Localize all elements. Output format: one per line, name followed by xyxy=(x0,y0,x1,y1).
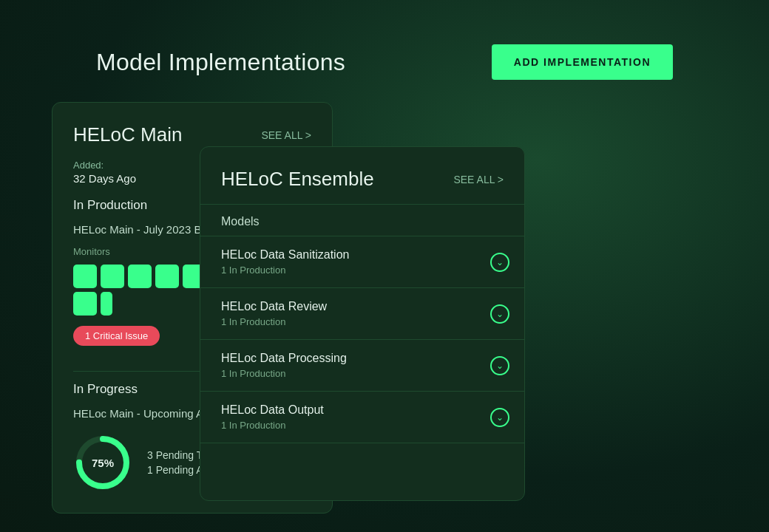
header: Model Implementations ADD IMPLEMENTATION xyxy=(0,0,769,102)
model-row-status-2: 1 In Production xyxy=(221,368,504,379)
page-title: Model Implementations xyxy=(96,49,345,76)
model-row-2[interactable]: HELoc Data Processing1 In Production⌄ xyxy=(200,340,524,392)
model-rows-container: HELoc Data Sanitization1 In Production⌄H… xyxy=(200,236,524,443)
model-row-0[interactable]: HELoc Data Sanitization1 In Production⌄ xyxy=(200,236,524,288)
ensemble-card-header: HELoC Ensemble SEE ALL > xyxy=(200,147,524,205)
monitor-dot-10 xyxy=(101,292,112,316)
main-see-all-link[interactable]: SEE ALL > xyxy=(261,129,311,141)
monitor-dot-3 xyxy=(128,265,152,288)
model-row-1[interactable]: HELoc Data Review1 In Production⌄ xyxy=(200,288,524,340)
page-container: Model Implementations ADD IMPLEMENTATION… xyxy=(0,0,769,532)
model-row-name-1: HELoc Data Review xyxy=(221,300,504,313)
chevron-down-icon-0[interactable]: ⌄ xyxy=(490,253,509,272)
progress-circle: 75% xyxy=(73,433,132,492)
ensemble-card-title: HELoC Ensemble xyxy=(221,168,374,191)
ensemble-see-all-link[interactable]: SEE ALL > xyxy=(453,174,504,185)
add-implementation-button[interactable]: ADD IMPLEMENTATION xyxy=(492,44,673,80)
cards-area: HELoC Main SEE ALL > Added: 32 Days Ago … xyxy=(0,102,769,486)
model-row-3[interactable]: HELoc Data Output1 In Production⌄ xyxy=(200,392,524,443)
model-row-status-0: 1 In Production xyxy=(221,265,504,276)
chevron-down-icon-1[interactable]: ⌄ xyxy=(490,304,509,324)
heloc-ensemble-card: HELoC Ensemble SEE ALL > Models HELoc Da… xyxy=(200,146,525,501)
model-row-name-3: HELoc Data Output xyxy=(221,403,504,417)
chevron-down-icon-3[interactable]: ⌄ xyxy=(490,408,509,427)
model-row-name-0: HELoc Data Sanitization xyxy=(221,248,504,262)
monitor-dot-4 xyxy=(155,265,179,288)
chevron-down-icon-2[interactable]: ⌄ xyxy=(490,356,509,375)
models-label: Models xyxy=(200,205,524,236)
monitor-dot-9 xyxy=(73,292,97,316)
monitor-dot-1 xyxy=(73,265,97,288)
model-row-status-1: 1 In Production xyxy=(221,316,504,327)
monitor-dot-2 xyxy=(101,265,124,288)
main-card-header: HELoC Main SEE ALL > xyxy=(73,123,311,146)
model-row-name-2: HELoc Data Processing xyxy=(221,352,504,365)
model-row-status-3: 1 In Production xyxy=(221,420,504,431)
main-card-title: HELoC Main xyxy=(73,123,182,146)
progress-percent-text: 75% xyxy=(92,457,114,469)
critical-issue-badge: 1 Critical Issue xyxy=(73,326,160,346)
